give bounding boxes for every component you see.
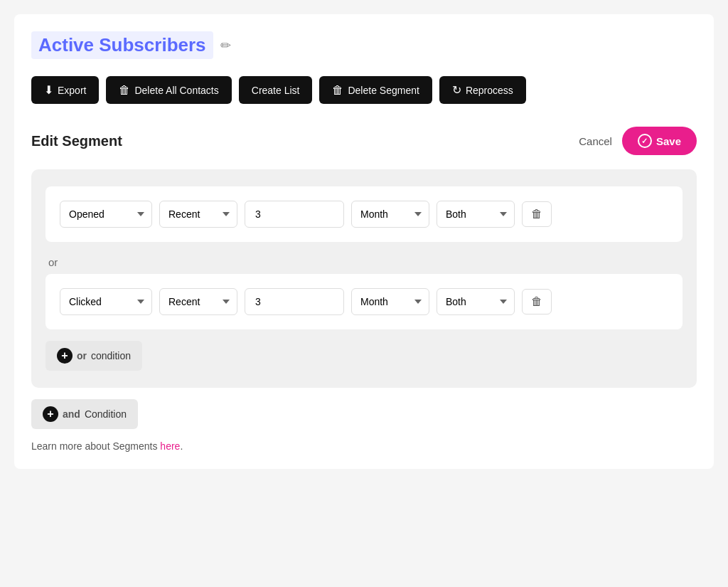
delete-contacts-label: Delete All Contacts <box>134 85 218 96</box>
condition-group-1: Opened Clicked Subscribed Unsubscribed R… <box>46 186 682 242</box>
plus-icon-and: + <box>43 406 58 422</box>
delete-segment-button[interactable]: 🗑 Delete Segment <box>319 76 432 104</box>
qualifier-select-1[interactable]: Both Email SMS <box>437 201 515 228</box>
or-separator: or <box>46 250 682 274</box>
timing-select-2[interactable]: Recent Last All Time <box>159 288 237 315</box>
reprocess-button[interactable]: ↻ Reprocess <box>439 76 526 104</box>
delete-row-1-button[interactable]: 🗑 <box>522 201 552 227</box>
header-actions: Cancel ✓ Save <box>579 127 697 155</box>
plus-icon-or: + <box>57 348 73 364</box>
reprocess-label: Reprocess <box>466 85 513 96</box>
trash-icon-row-1: 🗑 <box>531 208 542 221</box>
export-label: Export <box>58 85 86 96</box>
export-icon: ⬇ <box>44 83 53 97</box>
edit-segment-header: Edit Segment Cancel ✓ Save <box>31 127 697 155</box>
unit-select-2[interactable]: Month Day Week Year <box>351 288 429 315</box>
create-list-label: Create List <box>252 85 300 96</box>
unit-select-1[interactable]: Month Day Week Year <box>351 201 429 228</box>
footer-period: . <box>180 440 183 452</box>
field-select-1[interactable]: Opened Clicked Subscribed Unsubscribed <box>60 201 152 228</box>
delete-row-2-button[interactable]: 🗑 <box>522 289 552 314</box>
and-connector-label: and <box>63 408 80 420</box>
timing-select-1[interactable]: Recent Last All Time <box>159 201 237 228</box>
save-button[interactable]: ✓ Save <box>622 127 697 155</box>
or-connector-label: or <box>77 350 87 361</box>
trash-icon-contacts: 🗑 <box>119 84 130 97</box>
page-wrapper: Active Subscribers ✏ ⬇ Export 🗑 Delete A… <box>14 14 714 469</box>
delete-segment-label: Delete Segment <box>348 85 419 96</box>
delete-contacts-button[interactable]: 🗑 Delete All Contacts <box>106 76 231 104</box>
condition-row-2: Clicked Opened Subscribed Unsubscribed R… <box>60 288 668 315</box>
export-button[interactable]: ⬇ Export <box>31 76 99 104</box>
page-header: Active Subscribers ✏ <box>31 31 697 59</box>
field-select-2[interactable]: Clicked Opened Subscribed Unsubscribed <box>60 288 152 315</box>
save-label: Save <box>656 135 681 147</box>
cancel-button[interactable]: Cancel <box>579 135 612 147</box>
save-check-icon: ✓ <box>638 134 652 148</box>
toolbar: ⬇ Export 🗑 Delete All Contacts Create Li… <box>31 76 697 104</box>
condition-row-1: Opened Clicked Subscribed Unsubscribed R… <box>60 201 668 228</box>
footer-text: Learn more about Segments <box>31 440 160 452</box>
footer-link[interactable]: here <box>160 440 180 452</box>
value-input-2[interactable] <box>245 288 344 315</box>
page-title: Active Subscribers <box>31 31 213 59</box>
add-or-condition-button[interactable]: + or condition <box>46 341 142 371</box>
reprocess-icon: ↻ <box>452 83 461 97</box>
condition-group-2: Clicked Opened Subscribed Unsubscribed R… <box>46 274 682 329</box>
and-condition-label: Condition <box>85 408 127 420</box>
trash-icon-segment: 🗑 <box>332 84 343 97</box>
or-condition-label: condition <box>91 350 131 361</box>
add-and-condition-row: + and Condition <box>31 399 697 429</box>
footer-note: Learn more about Segments here. <box>31 440 697 452</box>
value-input-1[interactable] <box>245 201 344 228</box>
add-and-condition-button[interactable]: + and Condition <box>31 399 138 429</box>
add-or-condition-row: + or condition <box>46 341 682 371</box>
qualifier-select-2[interactable]: Both Email SMS <box>437 288 515 315</box>
segment-card: Opened Clicked Subscribed Unsubscribed R… <box>31 169 697 388</box>
edit-icon[interactable]: ✏ <box>220 38 231 53</box>
edit-segment-title: Edit Segment <box>31 133 122 149</box>
trash-icon-row-2: 🗑 <box>531 295 542 308</box>
create-list-button[interactable]: Create List <box>239 76 313 104</box>
